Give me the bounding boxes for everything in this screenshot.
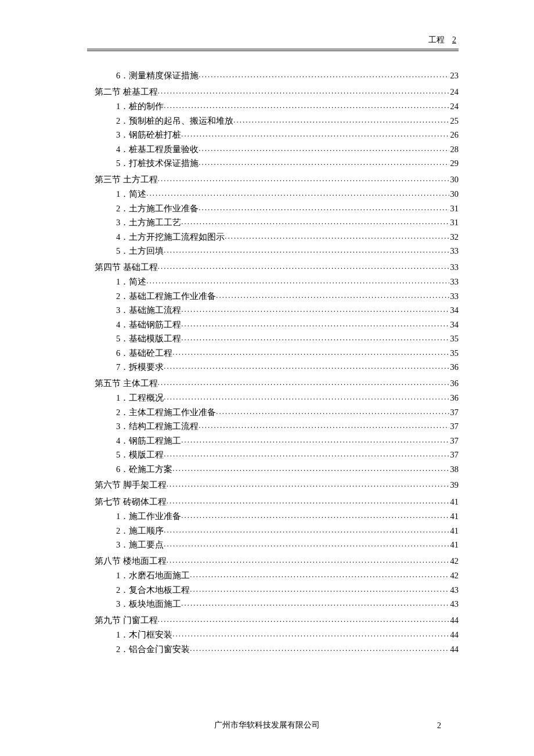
toc-entry-page: 35: [449, 334, 459, 343]
toc-entry-label: 第八节 楼地面工程: [95, 557, 167, 566]
toc-sub-row[interactable]: 1．简述30: [75, 187, 459, 201]
toc-entry-page: 24: [449, 102, 459, 111]
toc-entry-page: 37: [449, 437, 459, 445]
toc-sub-row[interactable]: 1．桩的制作24: [75, 99, 459, 114]
toc-entry-label: 1．木门框安装: [116, 631, 172, 639]
toc-entry-label: 6．测量精度保证措施: [116, 71, 199, 80]
toc-sub-row[interactable]: 3．基础施工流程34: [75, 303, 459, 318]
toc-leader-dots: [181, 512, 449, 519]
toc-sub-row[interactable]: 3．结构工程施工流程37: [75, 419, 459, 434]
toc-sub-row[interactable]: 4．土方开挖施工流程如图示32: [75, 230, 459, 244]
toc-entry-label: 5．打桩技术保证措施: [116, 159, 199, 168]
toc-entry-page: 32: [449, 233, 459, 242]
toc-leader-dots: [225, 232, 449, 240]
toc-leader-dots: [199, 159, 449, 166]
toc-entry-page: 35: [449, 349, 459, 358]
toc-entry-page: 43: [449, 600, 459, 609]
toc-entry-label: 1．简述: [116, 190, 146, 199]
toc-sub-row[interactable]: 5．模版工程37: [75, 448, 459, 462]
toc-section-row[interactable]: 第七节 砖砌体工程41: [75, 493, 459, 510]
toc-entry-page: 44: [449, 645, 459, 654]
toc-section-row[interactable]: 第三节 土方工程30: [75, 171, 459, 188]
toc-sub-row[interactable]: 2．复合木地板工程43: [75, 583, 459, 597]
toc-leader-dots: [164, 540, 449, 548]
toc-sub-row[interactable]: 1．施工作业准备41: [75, 509, 459, 524]
toc-sub-row[interactable]: 3．施工要点41: [75, 538, 459, 552]
toc-sub-row[interactable]: 1．水磨石地面施工42: [75, 568, 459, 583]
toc-entry-page: 30: [449, 175, 459, 184]
toc-sub-row[interactable]: 1．木门框安装44: [75, 628, 459, 642]
toc-leader-dots: [158, 175, 449, 182]
toc-leader-dots: [216, 408, 449, 415]
toc-leader-dots: [172, 630, 449, 638]
toc-sub-row[interactable]: 3．钢筋砼桩打桩26: [75, 128, 459, 142]
toc-leader-dots: [199, 145, 449, 152]
toc-entry-label: 3．板块地面施工: [116, 600, 181, 609]
toc-entry-page: 44: [449, 631, 459, 639]
toc-sub-row[interactable]: 4．基础钢筋工程34: [75, 318, 459, 332]
toc-sub-row[interactable]: 2．主体工程施工作业准备37: [75, 405, 459, 420]
toc-sub-row[interactable]: 7．拆模要求36: [75, 360, 459, 375]
toc-sub-row[interactable]: 2．施工顺序41: [75, 524, 459, 538]
toc-leader-dots: [164, 362, 449, 370]
toc-leader-dots: [167, 556, 449, 564]
toc-leader-dots: [158, 262, 449, 270]
toc-leader-dots: [172, 465, 449, 472]
toc-leader-dots: [190, 585, 449, 593]
toc-section-row[interactable]: 第八节 楼地面工程42: [75, 552, 459, 569]
toc-sub-row[interactable]: 2．预制桩的起吊、搬运和堆放25: [75, 114, 459, 128]
toc-leader-dots: [181, 334, 449, 341]
toc-entry-page: 42: [449, 571, 459, 580]
toc-entry-label: 5．模版工程: [116, 451, 164, 459]
toc-entry-page: 36: [449, 363, 459, 372]
toc-section-row[interactable]: 第四节 基础工程33: [75, 258, 459, 275]
toc-sub-row[interactable]: 3．板块地面施工43: [75, 597, 459, 611]
toc-entry-page: 33: [449, 247, 459, 255]
toc-sub-row[interactable]: 1．简述33: [75, 275, 459, 289]
toc-entry-label: 2．施工顺序: [116, 527, 164, 535]
toc-entry-page: 41: [449, 541, 459, 549]
header-rule-top: [87, 49, 459, 49]
toc-sub-row[interactable]: 3．土方施工工艺31: [75, 215, 459, 230]
toc-sub-row[interactable]: 2．基础工程施工作业准备33: [75, 289, 459, 304]
footer-page-number: 2: [437, 721, 441, 730]
table-of-contents: 6．测量精度保证措施23第二节 桩基工程241．桩的制作242．预制桩的起吊、搬…: [75, 69, 459, 656]
toc-sub-row[interactable]: 6．砼施工方案38: [75, 462, 459, 477]
toc-leader-dots: [164, 526, 449, 534]
toc-sub-row[interactable]: 2．土方施工作业准备31: [75, 201, 459, 216]
toc-leader-dots: [146, 189, 449, 197]
toc-entry-page: 37: [449, 422, 459, 431]
toc-section-row[interactable]: 第五节 主体工程36: [75, 375, 459, 391]
toc-entry-page: 42: [449, 557, 459, 566]
toc-sub-row[interactable]: 5．土方回填33: [75, 244, 459, 258]
header-page-number: 2: [452, 35, 456, 44]
toc-sub-row[interactable]: 6．测量精度保证措施23: [75, 69, 459, 83]
toc-section-row[interactable]: 第六节 脚手架工程39: [75, 476, 459, 493]
toc-leader-dots: [181, 436, 449, 444]
toc-entry-page: 33: [449, 263, 459, 272]
toc-leader-dots: [199, 422, 449, 429]
toc-sub-row[interactable]: 5．基础模版工程35: [75, 332, 459, 346]
toc-sub-row[interactable]: 6．基础砼工程35: [75, 346, 459, 361]
toc-entry-label: 第五节 主体工程: [95, 379, 158, 388]
toc-sub-row[interactable]: 4．钢筋工程施工37: [75, 434, 459, 448]
toc-sub-row[interactable]: 4．桩基工程质量验收28: [75, 142, 459, 157]
toc-entry-page: 26: [449, 131, 459, 139]
toc-entry-label: 4．桩基工程质量验收: [116, 145, 199, 154]
toc-entry-page: 36: [449, 394, 459, 402]
toc-sub-row[interactable]: 5．打桩技术保证措施29: [75, 156, 459, 171]
toc-entry-page: 33: [449, 278, 459, 286]
toc-section-row[interactable]: 第二节 桩基工程24: [75, 83, 459, 100]
toc-leader-dots: [167, 480, 449, 488]
toc-sub-row[interactable]: 1．工程概况36: [75, 391, 459, 405]
toc-entry-label: 2．基础工程施工作业准备: [116, 292, 216, 301]
header-rule-bottom: [87, 51, 459, 51]
toc-entry-label: 2．复合木地板工程: [116, 586, 190, 595]
toc-entry-label: 3．结构工程施工流程: [116, 422, 199, 431]
toc-entry-label: 第七节 砖砌体工程: [95, 498, 167, 506]
toc-entry-label: 1．简述: [116, 278, 146, 286]
toc-entry-label: 1．桩的制作: [116, 102, 164, 111]
toc-section-row[interactable]: 第九节 门窗工程44: [75, 611, 459, 628]
toc-sub-row[interactable]: 2．铝合金门窗安装44: [75, 642, 459, 657]
toc-entry-page: 41: [449, 527, 459, 535]
